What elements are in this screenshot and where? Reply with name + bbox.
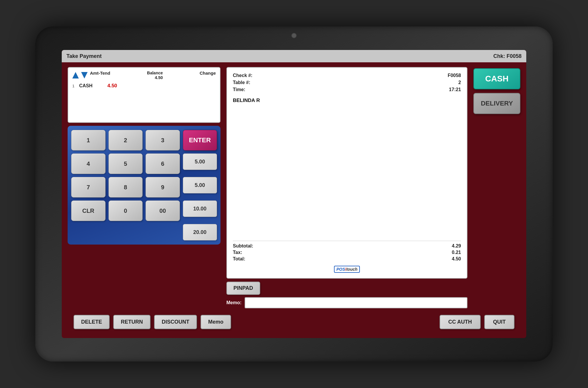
numpad-1[interactable]: 1 bbox=[71, 130, 106, 150]
check-val: F0058 bbox=[448, 73, 461, 78]
tender-row-name: CASH bbox=[79, 83, 103, 88]
center-column: Check #: F0058 Table #: 2 Time: 17:21 BE… bbox=[226, 67, 467, 308]
title-bar: Take Payment Chk: F0058 bbox=[62, 50, 526, 62]
numpad-4[interactable]: 4 bbox=[71, 153, 106, 174]
delete-button[interactable]: DELETE bbox=[74, 315, 110, 329]
col-balance-val: 4.50 bbox=[155, 75, 163, 80]
check-label: Check #: bbox=[233, 73, 253, 78]
down-arrow-button[interactable] bbox=[81, 72, 88, 78]
time-val: 17:21 bbox=[449, 87, 461, 92]
numpad-6[interactable]: 6 bbox=[146, 153, 180, 174]
preset-20-00[interactable]: 20.00 bbox=[183, 224, 217, 240]
check-ref: Chk: F0058 bbox=[493, 53, 522, 59]
numpad-7[interactable]: 7 bbox=[71, 177, 106, 198]
memo-label: Memo: bbox=[226, 300, 242, 305]
col-balance-change: Balance 4.50 bbox=[147, 71, 163, 80]
memo-button[interactable]: Memo bbox=[201, 315, 231, 329]
numpad-0[interactable]: 0 bbox=[108, 200, 143, 221]
left-panel: Amt-Tend Balance 4.50 Change 1 CASH bbox=[68, 67, 220, 308]
content-row: Amt-Tend Balance 4.50 Change 1 CASH bbox=[68, 67, 520, 308]
numpad: 1 2 3 ENTER 4 5 6 5.00 7 8 9 5.00 bbox=[68, 126, 220, 245]
pinpad-memo-area: PINPAD Memo: bbox=[226, 282, 467, 308]
right-panel: CASH DELIVERY bbox=[473, 67, 520, 308]
col-balance: Balance bbox=[147, 71, 163, 75]
window-title: Take Payment bbox=[66, 53, 102, 59]
time-label: Time: bbox=[233, 87, 245, 92]
receipt-spacer bbox=[233, 107, 461, 239]
screen: Take Payment Chk: F0058 Amt-Tend bbox=[62, 50, 526, 338]
positouch-logo: POSitouch bbox=[334, 266, 360, 273]
bottom-left-buttons: DELETE RETURN DISCOUNT Memo bbox=[74, 315, 231, 329]
receipt-box: Check #: F0058 Table #: 2 Time: 17:21 BE… bbox=[226, 67, 467, 279]
numpad-3[interactable]: 3 bbox=[146, 130, 180, 150]
total-val: 4.50 bbox=[452, 256, 461, 262]
discount-button[interactable]: DISCOUNT bbox=[154, 315, 197, 329]
camera bbox=[291, 33, 297, 38]
tender-header: Amt-Tend Balance 4.50 Change bbox=[72, 71, 216, 80]
total-label: Total: bbox=[233, 256, 245, 262]
receipt-table-line: Table #: 2 bbox=[233, 80, 461, 85]
tender-column-headers: Amt-Tend Balance 4.50 Change bbox=[90, 71, 216, 80]
tender-row-amount: 4.50 bbox=[107, 83, 117, 89]
receipt-tax-line: Tax: 0.21 bbox=[233, 250, 461, 255]
enter-button[interactable]: ENTER bbox=[183, 130, 217, 150]
preset-5-00-b[interactable]: 5.00 bbox=[183, 177, 217, 193]
table-label: Table #: bbox=[233, 80, 250, 85]
tax-label: Tax: bbox=[233, 250, 242, 255]
receipt-check-line: Check #: F0058 bbox=[233, 73, 461, 78]
return-button[interactable]: RETURN bbox=[113, 315, 151, 329]
receipt-total-line: Total: 4.50 bbox=[233, 256, 461, 262]
numpad-00[interactable]: 00 bbox=[146, 200, 180, 221]
memo-row: Memo: bbox=[226, 297, 467, 308]
cash-button[interactable]: CASH bbox=[473, 68, 520, 89]
tender-row-num: 1 bbox=[72, 84, 74, 88]
cc-auth-button[interactable]: CC AUTH bbox=[440, 315, 481, 329]
tender-row: 1 CASH 4.50 bbox=[72, 82, 216, 90]
preset-5-00-a[interactable]: 5.00 bbox=[183, 153, 217, 170]
delivery-button[interactable]: DELIVERY bbox=[473, 93, 520, 114]
numpad-clr[interactable]: CLR bbox=[71, 200, 106, 221]
receipt-totals: Subtotal: 4.29 Tax: 0.21 Total: 4.50 bbox=[233, 241, 461, 262]
table-val: 2 bbox=[458, 80, 461, 85]
col-amt-tend: Amt-Tend bbox=[90, 71, 110, 80]
preset-10-00[interactable]: 10.00 bbox=[183, 200, 217, 217]
up-arrow-button[interactable] bbox=[72, 72, 79, 78]
subtotal-label: Subtotal: bbox=[233, 243, 253, 249]
tablet-frame: Take Payment Chk: F0058 Amt-Tend bbox=[35, 26, 553, 362]
bottom-right-buttons: CC AUTH QUIT bbox=[440, 315, 514, 329]
receipt-time-line: Time: 17:21 bbox=[233, 87, 461, 92]
numpad-9[interactable]: 9 bbox=[146, 177, 180, 198]
receipt-name: BELINDA R bbox=[233, 98, 461, 103]
tender-display: Amt-Tend Balance 4.50 Change 1 CASH bbox=[68, 67, 220, 123]
main-area: Amt-Tend Balance 4.50 Change 1 CASH bbox=[62, 62, 526, 338]
quit-button[interactable]: QUIT bbox=[484, 315, 514, 329]
numpad-5[interactable]: 5 bbox=[108, 153, 143, 174]
pinpad-button[interactable]: PINPAD bbox=[226, 282, 260, 295]
memo-input[interactable] bbox=[245, 297, 467, 308]
numpad-2[interactable]: 2 bbox=[108, 130, 143, 150]
col-change: Change bbox=[200, 71, 216, 80]
bottom-bar: DELETE RETURN DISCOUNT Memo CC AUTH QUIT bbox=[68, 312, 520, 333]
tax-val: 0.21 bbox=[452, 250, 461, 255]
subtotal-val: 4.29 bbox=[452, 243, 461, 249]
receipt-subtotal-line: Subtotal: 4.29 bbox=[233, 243, 461, 249]
numpad-8[interactable]: 8 bbox=[108, 177, 143, 198]
